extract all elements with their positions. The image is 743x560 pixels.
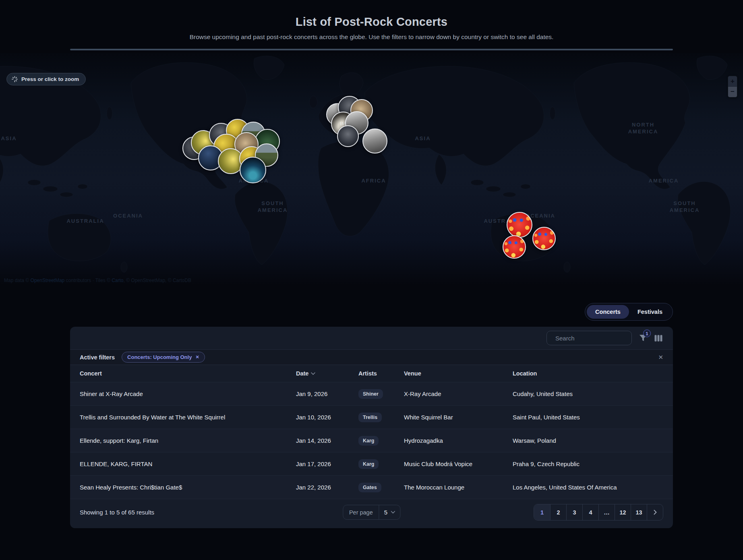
page-title: List of Post-Rock Concerts [0, 15, 743, 29]
page-button-13[interactable]: 13 [631, 504, 647, 520]
page-button-12[interactable]: 12 [615, 504, 631, 520]
map-continent-label: SOUTH [261, 200, 284, 206]
column-header-date[interactable]: Date [296, 370, 358, 377]
page-ellipsis: … [598, 504, 615, 520]
cell-date: Jan 17, 2026 [296, 460, 358, 467]
table-row[interactable]: Ellende, support: Karg, FirtanJan 14, 20… [70, 429, 673, 452]
column-header-location: Location [513, 370, 663, 377]
map-continent-label: AMERICA [628, 129, 658, 135]
map-zoom-control: + − [728, 76, 737, 97]
cell-artists: Karg [358, 436, 404, 446]
chevron-down-icon [391, 511, 395, 514]
table-row[interactable]: Trellis and Surrounded By Water at The W… [70, 405, 673, 429]
sort-chevron-down-icon [311, 372, 315, 375]
tab-festivals[interactable]: Festivals [629, 305, 671, 319]
page-button-4[interactable]: 4 [582, 504, 598, 520]
artist-badge: Karg [358, 436, 379, 446]
table-toolbar: 1 [70, 327, 673, 349]
cell-concert: Ellende, support: Karg, Firtan [80, 437, 296, 444]
column-label: Venue [404, 370, 421, 377]
cell-concert: Trellis and Surrounded By Water at The W… [80, 414, 296, 421]
columns-button[interactable] [654, 335, 662, 342]
carto-link[interactable]: Carto [112, 278, 123, 283]
filter-chip-label: Concerts: Upcoming Only [127, 354, 192, 360]
map-continent-label: AUSTRALIA [66, 218, 104, 224]
columns-icon [654, 335, 662, 342]
map-continent-label: AMERICA [649, 178, 679, 184]
active-filters-row: Active filters Concerts: Upcoming Only✕ … [70, 349, 673, 365]
page-button-1[interactable]: 1 [534, 504, 550, 520]
cell-location: Cudahy, United States [513, 390, 663, 397]
map-continent-label: ASIA [1, 135, 17, 141]
zoom-out-button[interactable]: − [728, 87, 737, 97]
results-summary: Showing 1 to 5 of 65 results [80, 509, 154, 516]
map-continent-label: OCEANIA [113, 213, 143, 219]
per-page-select[interactable]: 5 [379, 505, 400, 519]
map-continents [0, 53, 743, 286]
tab-concerts[interactable]: Concerts [587, 305, 629, 319]
cell-location: Praha 9, Czech Republic [513, 460, 663, 467]
clear-filters-icon[interactable]: ✕ [658, 354, 663, 361]
artist-badge: Gates [358, 483, 381, 492]
table-header-row: ConcertDateArtistsVenueLocation [70, 365, 673, 382]
cell-date: Jan 22, 2026 [296, 484, 358, 491]
column-label: Concert [80, 370, 102, 377]
view-tabs-row: ConcertsFestivals [70, 303, 673, 321]
chevron-right-icon [654, 510, 657, 515]
map-continent-label: AMERICA [670, 207, 700, 213]
table-footer: Showing 1 to 5 of 65 results Per page 5 … [70, 499, 673, 525]
world-map[interactable]: ASIAAUSTRALIAOCEANIANORTHAMERICAAMERICAS… [0, 53, 743, 286]
per-page-value: 5 [384, 509, 387, 516]
page-header: List of Post-Rock Concerts Browse upcomi… [0, 0, 743, 50]
cell-concert: Shiner at X-Ray Arcade [80, 390, 296, 397]
concert-marker[interactable] [532, 227, 556, 250]
press-to-zoom-button[interactable]: Press or click to zoom [6, 73, 86, 85]
active-filters-label: Active filters [80, 354, 115, 361]
press-gesture-icon [12, 76, 18, 82]
cell-artists: Gates [358, 483, 404, 492]
cell-date: Jan 10, 2026 [296, 414, 358, 421]
cell-venue: White Squirrel Bar [404, 414, 513, 421]
next-page-button[interactable] [647, 504, 663, 520]
per-page-label: Per page [343, 505, 379, 519]
cell-artists: Shiner [358, 389, 404, 399]
map-attribution: Map data © OpenStreetMap contributors · … [4, 278, 191, 283]
chip-remove-icon[interactable]: ✕ [195, 355, 199, 360]
column-header-venue: Venue [404, 370, 513, 377]
concert-marker[interactable] [240, 157, 266, 183]
page-subtitle: Browse upcoming and past post-rock conce… [0, 33, 743, 41]
page-button-2[interactable]: 2 [550, 504, 566, 520]
concert-marker[interactable] [337, 125, 359, 147]
zoom-in-button[interactable]: + [728, 76, 737, 87]
cell-concert: Sean Healy Presents: Chri$tian Gate$ [80, 484, 296, 491]
table-row[interactable]: Shiner at X-Ray ArcadeJan 9, 2026ShinerX… [70, 382, 673, 405]
search-box[interactable] [546, 331, 632, 345]
map-continent-label: SOUTH [673, 200, 696, 206]
search-input[interactable] [555, 335, 635, 342]
osm-link[interactable]: OpenStreetMap [31, 278, 65, 283]
cell-venue: The Moroccan Lounge [404, 484, 513, 491]
concert-marker[interactable] [507, 212, 532, 238]
filter-button[interactable]: 1 [639, 334, 647, 342]
cell-date: Jan 14, 2026 [296, 437, 358, 444]
view-tabs: ConcertsFestivals [585, 303, 673, 321]
pagination: 1234…1213 [534, 504, 663, 521]
artist-badge: Trellis [358, 413, 382, 422]
concert-marker[interactable] [362, 129, 387, 153]
header-divider [70, 49, 673, 50]
artist-badge: Karg [358, 459, 379, 469]
table-row[interactable]: ELLENDE, KARG, FIRTANJan 17, 2026KargMus… [70, 452, 673, 475]
table-row[interactable]: Sean Healy Presents: Chri$tian Gate$Jan … [70, 475, 673, 499]
page-button-3[interactable]: 3 [566, 504, 582, 520]
column-label: Location [513, 370, 537, 377]
map-continent-label: AFRICA [361, 178, 386, 184]
concert-marker[interactable] [503, 235, 526, 259]
cell-date: Jan 9, 2026 [296, 390, 358, 397]
cell-venue: X-Ray Arcade [404, 390, 513, 397]
cell-venue: Music Club Modrá Vopice [404, 460, 513, 467]
cell-concert: ELLENDE, KARG, FIRTAN [80, 460, 296, 467]
column-label: Date [296, 370, 308, 377]
filter-chip[interactable]: Concerts: Upcoming Only✕ [122, 352, 205, 363]
column-header-concert: Concert [80, 370, 296, 377]
column-header-artists: Artists [358, 370, 404, 377]
